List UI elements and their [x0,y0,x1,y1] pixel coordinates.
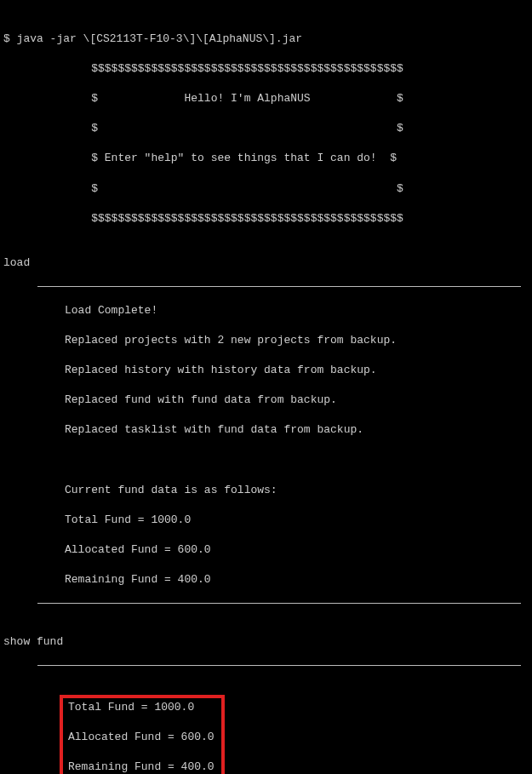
fund-line: Total Fund = 1000.0 [68,700,215,715]
banner-border-bot: $$$$$$$$$$$$$$$$$$$$$$$$$$$$$$$$$$$$$$$$… [3,211,529,226]
fund-line: Allocated Fund = 600.0 [68,730,215,745]
banner-blank: $ $ [3,121,529,136]
fund-highlight-box-1: Total Fund = 1000.0 Allocated Fund = 600… [60,695,225,774]
banner-hello: $ Hello! I'm AlphaNUS $ [3,91,529,106]
load-line: Load Complete! [3,303,529,318]
prompt-line: $ java -jar \[CS2113T-F10-3\]\[AlphaNUS\… [3,32,529,47]
divider [37,665,521,666]
load-line: Total Fund = 1000.0 [3,513,529,528]
load-line: Replaced projects with 2 new projects fr… [3,333,529,348]
load-line: Remaining Fund = 400.0 [3,572,529,588]
banner-border-top: $$$$$$$$$$$$$$$$$$$$$$$$$$$$$$$$$$$$$$$$… [3,61,529,77]
banner-blank2: $ $ [3,181,529,197]
terminal-output: $ java -jar \[CS2113T-F10-3\]\[AlphaNUS\… [0,0,532,774]
cmd-load[interactable]: load [3,255,529,271]
cmd-show-fund[interactable]: show fund [3,634,529,650]
load-line: Current fund data is as follows: [3,483,529,498]
load-line: Allocated Fund = 600.0 [3,542,529,558]
load-line: Replaced tasklist with fund data from ba… [3,422,529,438]
divider [37,286,521,287]
divider [37,603,521,604]
banner-help: $ Enter "help" to see things that I can … [3,151,529,166]
load-line: Replaced history with history data from … [3,363,529,378]
fund-line: Remaining Fund = 400.0 [68,760,215,774]
load-line: Replaced fund with fund data from backup… [3,393,529,408]
